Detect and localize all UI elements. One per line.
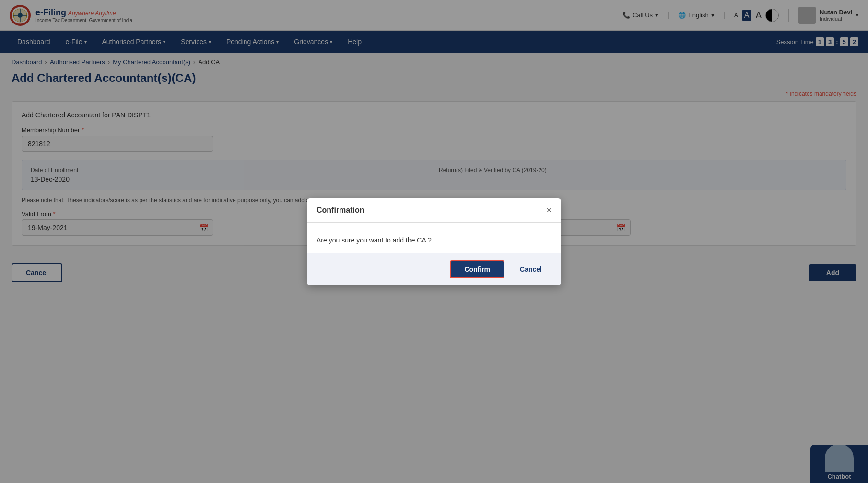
confirm-button[interactable]: Confirm <box>450 260 504 278</box>
modal-body: Are you sure you want to add the CA ? <box>307 223 561 253</box>
modal-cancel-button[interactable]: Cancel <box>510 260 551 278</box>
modal-title: Confirmation <box>317 206 364 215</box>
confirmation-modal: Confirmation × Are you sure you want to … <box>307 198 561 285</box>
modal-overlay: Confirmation × Are you sure you want to … <box>0 0 868 290</box>
modal-header: Confirmation × <box>307 198 561 223</box>
modal-close-button[interactable]: × <box>546 206 551 215</box>
modal-message: Are you sure you want to add the CA ? <box>317 236 551 244</box>
modal-footer: Confirm Cancel <box>307 253 561 285</box>
